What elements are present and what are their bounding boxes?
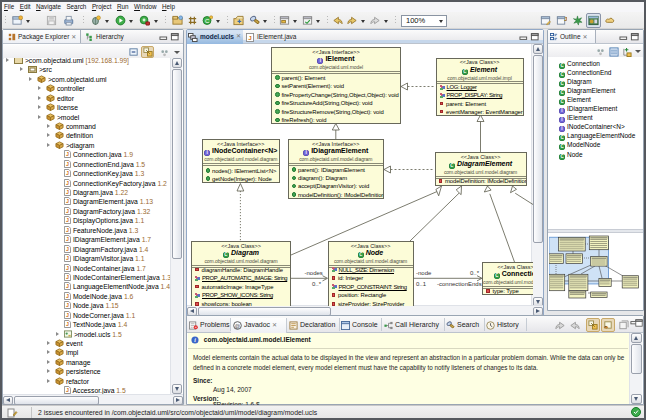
svg-text:J: J [66,151,69,157]
svg-text:J: J [66,161,69,167]
svg-text:J: J [66,321,69,327]
svg-text:J: J [66,274,69,280]
svg-text:J: J [66,227,69,233]
svg-text:C: C [205,18,210,24]
svg-text:J: J [66,293,69,299]
svg-text:J: J [66,189,69,195]
svg-text:J: J [66,246,69,252]
svg-text:J: J [66,387,69,393]
svg-text:J: J [66,265,69,271]
svg-text:J: J [248,34,252,41]
svg-text:J: J [66,312,69,318]
svg-text:J: J [66,255,69,261]
svg-text:J: J [66,283,69,289]
svg-text:J: J [66,236,69,242]
svg-text:J: J [66,170,69,176]
svg-text:J: J [66,302,69,308]
svg-text:@: @ [235,323,240,329]
svg-text:J: J [564,16,567,22]
svg-text:J: J [66,180,69,186]
svg-text:J: J [66,217,69,223]
svg-text:J: J [66,208,69,214]
svg-text:J: J [66,199,69,205]
